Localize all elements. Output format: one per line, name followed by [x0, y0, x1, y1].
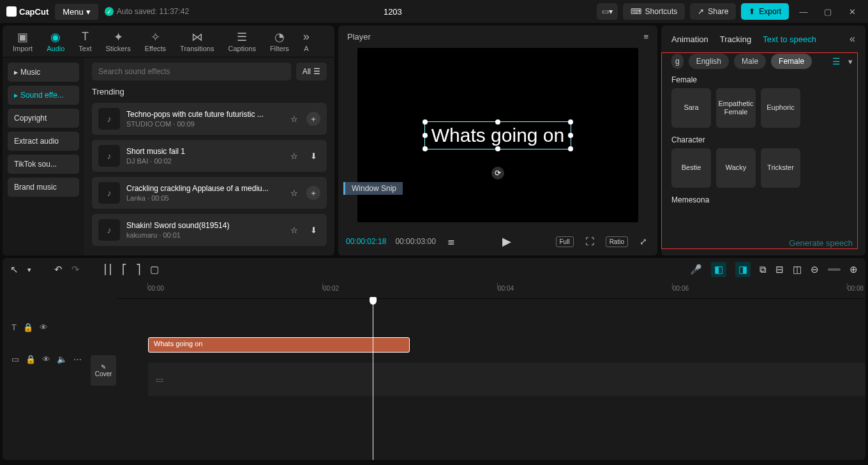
- cover-button[interactable]: ✎ Cover: [91, 355, 116, 386]
- crop-icon[interactable]: ⛶: [583, 235, 597, 248]
- resize-handle[interactable]: [495, 146, 500, 151]
- sound-item[interactable]: ♪ Shakin! Sword sound(819514) kakumaru ·…: [92, 214, 327, 246]
- video-track-empty[interactable]: ▭: [148, 363, 865, 396]
- track-area[interactable]: 00:00 00:02 00:04 00:06 00:08 Whats goin…: [117, 281, 865, 460]
- text-clip[interactable]: Whats going on: [148, 337, 410, 353]
- resize-handle[interactable]: [568, 133, 573, 138]
- tab-text[interactable]: TText: [73, 29, 96, 54]
- tab-tracking[interactable]: Tracking: [720, 34, 751, 44]
- cat-brand-music[interactable]: Brand music: [8, 178, 79, 197]
- shortcuts-button[interactable]: ⌨ Shortcuts: [623, 3, 685, 20]
- favorite-button[interactable]: ☆: [287, 186, 301, 200]
- favorite-button[interactable]: ☆: [287, 112, 301, 126]
- tab-animation[interactable]: Animation: [671, 34, 708, 44]
- voice-sara[interactable]: Sara: [671, 88, 711, 128]
- filter-all-button[interactable]: All☰: [296, 63, 327, 80]
- cat-extract-audio[interactable]: Extract audio: [8, 132, 79, 151]
- chevron-down-icon[interactable]: ▾: [846, 57, 855, 66]
- voice-wacky[interactable]: Wacky: [716, 148, 756, 188]
- chip-english[interactable]: English: [689, 54, 729, 69]
- cat-sound-effects[interactable]: ▸ Sound effe...: [8, 86, 79, 105]
- fullscreen-icon[interactable]: ⤢: [637, 235, 650, 248]
- voice-trickster[interactable]: Trickster: [761, 148, 800, 188]
- ratio-button[interactable]: Ratio: [606, 236, 628, 247]
- tab-text-to-speech[interactable]: Text to speech: [763, 34, 816, 44]
- menu-button[interactable]: Menu ▾: [55, 4, 98, 20]
- tab-effects[interactable]: ✧Effects: [140, 29, 171, 54]
- align-icon[interactable]: ⊟: [775, 264, 784, 275]
- resize-handle[interactable]: [423, 146, 428, 151]
- add-button[interactable]: +: [306, 186, 320, 200]
- chip-male[interactable]: Male: [734, 54, 766, 69]
- voice-empathetic-female[interactable]: Empathetic Female: [716, 88, 756, 128]
- split-tool[interactable]: ⎮⎮: [103, 264, 113, 275]
- mute-icon[interactable]: 🔈: [57, 354, 67, 364]
- rotate-handle[interactable]: ⟳: [491, 167, 504, 179]
- export-button[interactable]: ⬆ Export: [741, 3, 789, 20]
- mic-icon[interactable]: 🎤: [690, 264, 702, 275]
- tab-stickers[interactable]: ✦Stickers: [101, 29, 136, 54]
- download-button[interactable]: ⬇: [306, 223, 320, 237]
- full-button[interactable]: Full: [556, 236, 574, 247]
- download-button[interactable]: ⬇: [306, 149, 320, 163]
- eye-icon[interactable]: 👁: [42, 354, 50, 364]
- eye-icon[interactable]: 👁: [40, 323, 48, 332]
- resize-handle[interactable]: [568, 146, 573, 151]
- trim-right-tool[interactable]: ⎤: [136, 264, 141, 275]
- tab-audio[interactable]: ◉Audio: [41, 29, 70, 54]
- undo-button[interactable]: ↶: [54, 264, 63, 275]
- favorite-button[interactable]: ☆: [287, 149, 301, 163]
- share-button[interactable]: ↗ Share: [690, 3, 736, 20]
- tab-captions[interactable]: ☰Captions: [223, 29, 260, 54]
- lock-icon[interactable]: 🔒: [26, 354, 36, 364]
- player-menu-icon[interactable]: ≡: [643, 32, 648, 42]
- maximize-button[interactable]: ▢: [818, 2, 837, 21]
- delete-tool[interactable]: ▢: [150, 264, 159, 275]
- tab-filters[interactable]: ◔Filters: [265, 29, 294, 54]
- cat-copyright[interactable]: Copyright: [8, 109, 79, 128]
- zoom-fit-icon[interactable]: ⊕: [849, 264, 858, 275]
- chip-female[interactable]: Female: [771, 54, 812, 69]
- sound-item[interactable]: ♪ Crackling crackling Applause of a medi…: [92, 177, 327, 209]
- resize-handle[interactable]: [423, 133, 428, 138]
- sound-item[interactable]: ♪ Techno-pops with cute future futuristi…: [92, 103, 327, 135]
- text-element[interactable]: Whats going on ⟳: [424, 121, 571, 149]
- generate-speech-button[interactable]: Generate speech: [789, 238, 853, 248]
- time-ruler[interactable]: 00:00 00:02 00:04 00:06 00:08: [117, 281, 865, 299]
- cat-music[interactable]: ▸ Music: [8, 63, 79, 82]
- resize-handle[interactable]: [495, 119, 500, 125]
- player-viewport[interactable]: Whats going on ⟳: [357, 48, 638, 222]
- playhead[interactable]: [373, 299, 373, 460]
- list-icon[interactable]: ≣: [445, 235, 458, 248]
- lock-icon[interactable]: 🔒: [23, 323, 33, 332]
- tab-transitions[interactable]: ⋈Transitions: [175, 29, 219, 54]
- trim-left-tool[interactable]: ⎡: [122, 264, 127, 275]
- sound-item[interactable]: ♪ Short music fail 1 DJ BAI · 00:02 ☆ ⬇: [92, 140, 327, 172]
- resize-handle[interactable]: [423, 119, 428, 125]
- minimize-button[interactable]: —: [794, 2, 813, 21]
- play-button[interactable]: ▶: [500, 233, 514, 250]
- voice-bestie[interactable]: Bestie: [671, 148, 711, 188]
- cat-tiktok-sound[interactable]: TikTok sou...: [8, 155, 79, 174]
- add-button[interactable]: +: [306, 112, 320, 126]
- filter-icon[interactable]: ☰: [832, 56, 841, 66]
- chip-lang-partial[interactable]: g: [671, 54, 684, 69]
- zoom-slider[interactable]: [828, 268, 841, 271]
- voice-euphoric[interactable]: Euphoric: [761, 88, 800, 128]
- link-icon[interactable]: ⧉: [760, 264, 767, 275]
- close-button[interactable]: ✕: [842, 2, 862, 21]
- pointer-tool[interactable]: ↖: [10, 264, 19, 275]
- crop-timeline-icon[interactable]: ◫: [793, 264, 802, 275]
- collapse-icon[interactable]: «: [849, 33, 855, 45]
- tab-import[interactable]: ▣Import: [8, 29, 38, 54]
- resize-handle[interactable]: [568, 119, 573, 125]
- magnet-right-icon[interactable]: ◨: [735, 262, 751, 277]
- favorite-button[interactable]: ☆: [287, 223, 301, 237]
- redo-button[interactable]: ↷: [71, 264, 80, 275]
- magnet-left-icon[interactable]: ◧: [711, 262, 726, 277]
- search-input[interactable]: [92, 63, 291, 80]
- zoom-out-icon[interactable]: ⊖: [811, 264, 819, 275]
- more-icon[interactable]: ⋯: [73, 354, 82, 364]
- tab-more[interactable]: »A: [298, 29, 315, 54]
- layout-button[interactable]: ▭▾: [597, 3, 618, 20]
